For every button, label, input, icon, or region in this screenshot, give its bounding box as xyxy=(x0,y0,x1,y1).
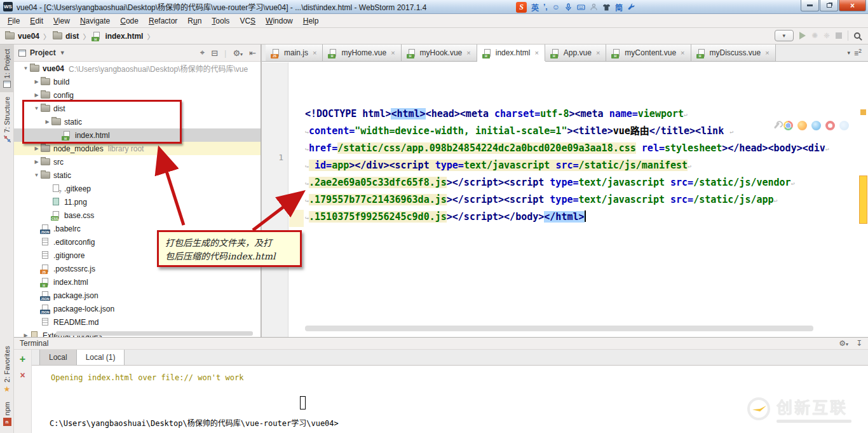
menu-tools[interactable]: Tools xyxy=(207,15,234,27)
sogou-logo-icon[interactable]: S xyxy=(516,2,527,13)
soft-wrap-end-icon: ↩ xyxy=(791,180,795,187)
tab-scroll-dropdown-icon[interactable]: ▾ xyxy=(847,50,850,56)
close-button[interactable]: × xyxy=(839,0,866,11)
menu-edit[interactable]: Edit xyxy=(25,15,48,27)
editor-tab-myHome.vue[interactable]: HmyHome.vue× xyxy=(323,45,401,61)
tree-item-node_modules[interactable]: ▶node_moduleslibrary root xyxy=(14,142,261,155)
safari-icon[interactable] xyxy=(811,121,821,130)
code-lines[interactable]: <!DOCTYPE html><html><head><meta charset… xyxy=(305,106,858,226)
opera-icon[interactable] xyxy=(825,121,835,130)
stripe-button-npm[interactable]: npmn xyxy=(0,397,14,430)
menu-file[interactable]: File xyxy=(3,15,25,27)
tree-item-package-lock.json[interactable]: JSONpackage-lock.json xyxy=(14,302,261,315)
tree-expander-icon[interactable]: ▶ xyxy=(32,79,41,85)
tree-item-index.html[interactable]: Hindex.html xyxy=(14,275,261,289)
tree-item-static[interactable]: ▼static xyxy=(14,168,261,182)
project-panel-title[interactable]: Project xyxy=(30,48,56,57)
tree-item-11.png[interactable]: 11.png xyxy=(14,195,261,209)
tree-item-build[interactable]: ▶build xyxy=(14,75,261,88)
gear-icon[interactable]: ⚙▾ xyxy=(233,48,243,58)
menu-help[interactable]: Help xyxy=(298,15,324,27)
ime-emoji-icon[interactable]: ☺ xyxy=(552,3,560,11)
error-stripe-mark[interactable] xyxy=(860,109,866,115)
firefox-icon[interactable] xyxy=(797,121,807,130)
ime-keyboard-icon[interactable] xyxy=(577,3,585,11)
code-line[interactable]: ↪.2ae2e69a05c33dfc65f8.js></script><scri… xyxy=(305,174,858,191)
search-everywhere-icon[interactable] xyxy=(854,32,860,39)
hide-panel-icon[interactable]: ⇤ xyxy=(249,48,256,58)
run-icon[interactable] xyxy=(799,32,806,39)
editor-tab-main.js[interactable]: JSmain.js× xyxy=(266,45,323,61)
ime-skin-icon[interactable] xyxy=(602,3,611,11)
tree-expander-icon[interactable]: ▼ xyxy=(22,65,30,71)
code-line[interactable]: ↪ id=app></div><script type=text/javascr… xyxy=(305,157,858,174)
tab-list-icon[interactable]: ≡2 xyxy=(854,48,862,58)
run-config-select[interactable]: ▾ xyxy=(775,30,794,41)
tab-close-icon[interactable]: × xyxy=(466,49,470,57)
code-line[interactable]: ↪.1510375f99256245c9d0.js></script></bod… xyxy=(305,209,858,226)
menu-view[interactable]: View xyxy=(48,15,75,27)
tab-close-icon[interactable]: × xyxy=(765,49,769,57)
scrollbar-warning-mark[interactable] xyxy=(859,175,867,224)
editor-tab-App.vue[interactable]: HApp.vue× xyxy=(545,45,606,61)
editor-horizontal-scrollbar[interactable] xyxy=(305,326,813,331)
ime-wrench-icon[interactable] xyxy=(627,3,635,11)
terminal-gear-icon[interactable]: ⚙▾ xyxy=(839,339,848,348)
tree-expander-icon[interactable]: ▶ xyxy=(22,333,30,337)
menu-navigate[interactable]: Navigate xyxy=(75,15,115,27)
terminal-tab-local-1-[interactable]: Local (1) xyxy=(77,350,125,365)
terminal-console[interactable]: Opening index.html over file:// won't wo… xyxy=(32,366,868,433)
stripe-button-2-favorites[interactable]: 2: Favorites★ xyxy=(0,341,14,397)
ime-punctuation-toggle[interactable]: ’, xyxy=(543,3,548,11)
code-line[interactable]: <!DOCTYPE html><html><head><meta charset… xyxy=(305,106,858,123)
menu-code[interactable]: Code xyxy=(115,15,144,27)
close-session-icon[interactable]: × xyxy=(20,371,25,379)
tab-close-icon[interactable]: × xyxy=(596,49,600,57)
tree-expander-icon[interactable]: ▼ xyxy=(32,172,41,178)
tree-expander-icon[interactable]: ▶ xyxy=(32,92,41,98)
tree-item-base.css[interactable]: CSSbase.css xyxy=(14,209,261,222)
editor-tab-myDiscuss.vue[interactable]: HmyDiscuss.vue× xyxy=(691,45,776,61)
breadcrumb-item-vue04[interactable]: vue04 xyxy=(5,32,39,41)
project-horizontal-scrollbar[interactable] xyxy=(56,331,253,336)
tree-item-package.json[interactable]: JSONpackage.json xyxy=(14,289,261,302)
ime-person-icon[interactable] xyxy=(590,3,598,11)
editor-tab-myHook.vue[interactable]: HmyHook.vue× xyxy=(402,45,477,61)
editor-tab-index.html[interactable]: Hindex.html× xyxy=(477,45,545,61)
tree-item-src[interactable]: ▶src xyxy=(14,155,261,168)
tab-close-icon[interactable]: × xyxy=(391,49,395,57)
menu-run[interactable]: Run xyxy=(182,15,207,27)
tree-item-vue04[interactable]: ▼vue04C:\Users\yangbaoshuai\Desktop\杨保帅的… xyxy=(14,62,261,75)
minimize-button[interactable] xyxy=(801,0,819,11)
ime-simplified-toggle[interactable]: 简 xyxy=(615,2,623,13)
stripe-button-7-structure[interactable]: 7: Structure xyxy=(0,92,14,147)
code-line[interactable]: ↪.179557b77c21436963da.js></script><scri… xyxy=(305,191,858,209)
new-session-icon[interactable]: + xyxy=(20,355,25,364)
tree-expander-icon[interactable]: ▶ xyxy=(32,159,41,165)
restore-button[interactable] xyxy=(820,0,838,11)
terminal-hide-icon[interactable]: ↧ xyxy=(856,339,862,348)
ime-mic-icon[interactable] xyxy=(564,3,573,11)
editor-tab-myContent.vue[interactable]: HmyContent.vue× xyxy=(606,45,691,61)
chrome-icon[interactable] xyxy=(783,121,793,130)
collapse-all-icon[interactable]: ⊟ xyxy=(211,48,218,58)
locate-file-icon[interactable]: ⌖ xyxy=(200,48,205,58)
breadcrumb-item-dist[interactable]: dist xyxy=(53,32,79,41)
menu-refactor[interactable]: Refactor xyxy=(144,15,182,27)
code-area[interactable]: 1 <!DOCTYPE html><html><head><meta chars… xyxy=(262,62,868,337)
tab-close-icon[interactable]: × xyxy=(681,49,684,57)
code-line[interactable]: ↪href=/static/css/app.098b24854224dc2a0b… xyxy=(305,140,858,157)
ime-language-toggle[interactable]: 英 xyxy=(531,2,539,13)
edge-icon[interactable] xyxy=(839,121,849,130)
breadcrumb-item-index.html[interactable]: Hindex.html xyxy=(92,31,143,41)
chevron-down-icon[interactable]: ▼ xyxy=(60,50,65,56)
tab-close-icon[interactable]: × xyxy=(534,49,538,57)
menu-window[interactable]: Window xyxy=(261,15,298,27)
tree-expander-icon[interactable]: ▶ xyxy=(32,146,41,151)
tab-close-icon[interactable]: × xyxy=(313,49,316,57)
tree-item-.gitkeep[interactable]: .gitkeep xyxy=(14,182,261,195)
stripe-button-1-project[interactable]: 1: Project xyxy=(0,45,14,92)
tree-item-README.md[interactable]: README.md xyxy=(14,315,261,329)
terminal-tab-local[interactable]: Local xyxy=(39,350,77,365)
menu-vcs[interactable]: VCS xyxy=(234,15,261,27)
